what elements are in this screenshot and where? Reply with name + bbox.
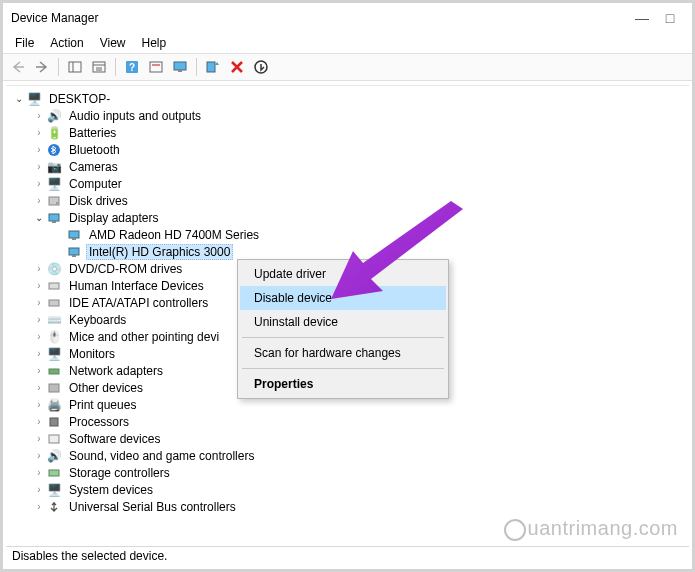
ctx-scan-hardware[interactable]: Scan for hardware changes <box>240 341 446 365</box>
svg-rect-29 <box>49 470 59 476</box>
expand-icon[interactable]: › <box>32 144 46 155</box>
tree-item[interactable]: System devices <box>66 483 156 497</box>
system-icon: 🖥️ <box>46 482 62 498</box>
tree-item[interactable]: Cameras <box>66 160 121 174</box>
svg-rect-24 <box>49 300 59 306</box>
menu-bar: File Action View Help <box>3 33 692 53</box>
expand-icon[interactable]: › <box>32 127 46 138</box>
gpu-icon <box>66 244 82 260</box>
expand-icon[interactable]: › <box>32 263 46 274</box>
forward-button[interactable] <box>31 56 53 78</box>
tree-item[interactable]: Human Interface Devices <box>66 279 207 293</box>
tree-item[interactable]: IDE ATA/ATAPI controllers <box>66 296 211 310</box>
show-hide-tree-button[interactable] <box>64 56 86 78</box>
network-icon <box>46 363 62 379</box>
toolbar: ? <box>3 53 692 81</box>
help-button[interactable]: ? <box>121 56 143 78</box>
ctx-properties[interactable]: Properties <box>240 372 446 396</box>
menu-action[interactable]: Action <box>42 34 91 52</box>
uninstall-button[interactable] <box>226 56 248 78</box>
tree-root[interactable]: DESKTOP- <box>46 92 113 106</box>
toolbar-separator <box>115 58 116 76</box>
storage-icon <box>46 465 62 481</box>
keyboard-icon: ⌨️ <box>46 312 62 328</box>
ctx-separator <box>242 368 444 369</box>
expand-icon[interactable]: › <box>32 331 46 342</box>
mouse-icon: 🖱️ <box>46 329 62 345</box>
tree-item[interactable]: Audio inputs and outputs <box>66 109 204 123</box>
watermark-text: uantrimang.com <box>528 517 678 539</box>
tree-item[interactable]: Computer <box>66 177 125 191</box>
svg-rect-10 <box>174 62 186 70</box>
tree-item[interactable]: Processors <box>66 415 132 429</box>
expand-icon[interactable]: › <box>32 484 46 495</box>
menu-file[interactable]: File <box>7 34 42 52</box>
expand-icon[interactable]: ⌄ <box>12 93 26 104</box>
svg-rect-19 <box>69 231 79 238</box>
status-text: Disables the selected device. <box>12 549 167 563</box>
svg-rect-12 <box>207 62 215 72</box>
expand-icon[interactable]: › <box>32 348 46 359</box>
tree-item[interactable]: Display adapters <box>66 211 161 225</box>
ctx-update-driver[interactable]: Update driver <box>240 262 446 286</box>
properties-button[interactable] <box>88 56 110 78</box>
action-button[interactable] <box>145 56 167 78</box>
expand-icon[interactable]: › <box>32 416 46 427</box>
svg-rect-11 <box>178 70 182 72</box>
watermark-icon <box>504 519 526 541</box>
expand-icon[interactable]: › <box>32 280 46 291</box>
expand-icon[interactable]: › <box>32 161 46 172</box>
tree-item[interactable]: Universal Serial Bus controllers <box>66 500 239 514</box>
display-adapter-icon <box>46 210 62 226</box>
tree-item[interactable]: Other devices <box>66 381 146 395</box>
minimize-button[interactable]: — <box>628 10 656 26</box>
svg-rect-9 <box>152 64 160 66</box>
tree-item[interactable]: Bluetooth <box>66 143 123 157</box>
expand-icon[interactable]: › <box>32 365 46 376</box>
tree-item[interactable]: DVD/CD-ROM drives <box>66 262 185 276</box>
ide-icon <box>46 295 62 311</box>
menu-view[interactable]: View <box>92 34 134 52</box>
expand-icon[interactable]: › <box>32 382 46 393</box>
expand-icon[interactable]: › <box>32 297 46 308</box>
gpu-icon <box>66 227 82 243</box>
svg-rect-0 <box>69 62 81 72</box>
expand-icon[interactable]: › <box>32 314 46 325</box>
maximize-button[interactable]: □ <box>656 10 684 26</box>
tree-item-gpu-amd[interactable]: AMD Radeon HD 7400M Series <box>86 228 262 242</box>
ctx-uninstall-device[interactable]: Uninstall device <box>240 310 446 334</box>
tree-item[interactable]: Print queues <box>66 398 139 412</box>
tree-item[interactable]: Disk drives <box>66 194 131 208</box>
expand-icon[interactable]: › <box>32 501 46 512</box>
back-button[interactable] <box>7 56 29 78</box>
ctx-disable-device[interactable]: Disable device <box>240 286 446 310</box>
expand-icon[interactable]: › <box>32 110 46 121</box>
svg-rect-18 <box>52 221 56 223</box>
tree-item[interactable]: Software devices <box>66 432 163 446</box>
tree-item[interactable]: Sound, video and game controllers <box>66 449 257 463</box>
tree-item[interactable]: Batteries <box>66 126 119 140</box>
expand-icon[interactable]: ⌄ <box>32 212 46 223</box>
expand-icon[interactable]: › <box>32 195 46 206</box>
expand-icon[interactable]: › <box>32 399 46 410</box>
tree-item[interactable]: Storage controllers <box>66 466 173 480</box>
tree-item[interactable]: Mice and other pointing devi <box>66 330 222 344</box>
menu-help[interactable]: Help <box>134 34 175 52</box>
tree-item[interactable]: Network adapters <box>66 364 166 378</box>
title-bar: Device Manager — □ <box>3 3 692 33</box>
expand-icon[interactable]: › <box>32 433 46 444</box>
expand-icon[interactable]: › <box>32 450 46 461</box>
svg-rect-23 <box>49 283 59 289</box>
tree-item-gpu-intel[interactable]: Intel(R) HD Graphics 3000 <box>86 244 233 260</box>
toolbar-separator <box>196 58 197 76</box>
tree-item[interactable]: Keyboards <box>66 313 129 327</box>
tree-item[interactable]: Monitors <box>66 347 118 361</box>
toolbar-separator <box>58 58 59 76</box>
expand-icon[interactable]: › <box>32 178 46 189</box>
battery-icon: 🔋 <box>46 125 62 141</box>
scan-button[interactable] <box>202 56 224 78</box>
display-button[interactable] <box>169 56 191 78</box>
svg-rect-21 <box>69 248 79 255</box>
expand-icon[interactable]: › <box>32 467 46 478</box>
disable-button[interactable] <box>250 56 272 78</box>
